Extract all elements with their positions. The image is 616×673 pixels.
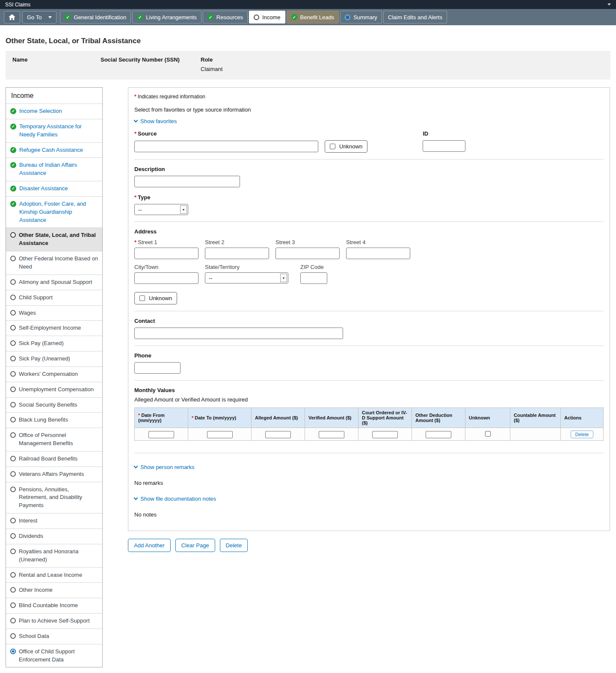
ssn-label: Social Security Number (SSN) xyxy=(101,56,201,63)
sidebar-item-label: Sick Pay (Unearned) xyxy=(19,355,70,363)
clear-page-button[interactable]: Clear Page xyxy=(175,539,215,552)
sidebar-item-railroad-board-benefits[interactable]: Railroad Board Benefits xyxy=(6,451,102,466)
sidebar-item-veterans-affairs-payments[interactable]: Veterans Affairs Payments xyxy=(6,466,102,482)
street4-label: Street 4 xyxy=(346,239,410,245)
source-input[interactable] xyxy=(134,141,318,152)
sidebar-item-label: Social Security Benefits xyxy=(19,401,77,409)
required-asterisk: * xyxy=(134,130,136,137)
ssn-value xyxy=(101,66,201,72)
street3-input[interactable] xyxy=(275,248,340,259)
unknown-checkbox[interactable] xyxy=(485,431,491,437)
sidebar-item-office-of-child-support-enforcement-data[interactable]: Office of Child Support Enforcement Data xyxy=(6,644,102,667)
sidebar-item-other-income[interactable]: Other Income xyxy=(6,582,102,598)
sidebar-item-sick-pay-earned[interactable]: Sick Pay (Earned) xyxy=(6,336,102,351)
source-unknown-toggle[interactable]: Unknown xyxy=(325,140,367,153)
verified-amount-input[interactable] xyxy=(319,431,344,438)
row-delete-button[interactable]: Delete xyxy=(571,431,594,438)
not-started-icon xyxy=(10,533,16,539)
sidebar-item-temporary-assistance-for-needy-families[interactable]: ✓Temporary Assistance for Needy Families xyxy=(6,119,102,142)
street4-input[interactable] xyxy=(346,248,410,259)
sidebar-item-office-of-personnel-management-benefits[interactable]: Office of Personnel Management Benefits xyxy=(6,428,102,451)
tab-resources[interactable]: ✓Resources xyxy=(203,11,248,24)
sidebar-item-label: Disaster Assistance xyxy=(19,185,68,193)
tab-general-identification[interactable]: ✓General Identification xyxy=(60,11,131,24)
column-header-actions: Actions xyxy=(561,408,604,428)
sidebar-item-self-employment-income[interactable]: Self-Employment Income xyxy=(6,320,102,336)
contact-input[interactable] xyxy=(134,328,343,339)
show-file-notes-link[interactable]: Show file documentation notes xyxy=(134,496,216,502)
delete-button[interactable]: Delete xyxy=(220,539,248,552)
sidebar-item-interest[interactable]: Interest xyxy=(6,513,102,528)
sidebar-item-child-support[interactable]: Child Support xyxy=(6,290,102,305)
sidebar-item-rental-and-lease-income[interactable]: Rental and Lease Income xyxy=(6,567,102,583)
add-another-button[interactable]: Add Another xyxy=(128,539,171,552)
required-asterisk: * xyxy=(192,415,193,420)
sidebar-item-royalties-and-honoraria-unearned[interactable]: Royalties and Honoraria (Unearned) xyxy=(6,544,102,567)
not-started-icon xyxy=(10,387,16,392)
street2-label: Street 2 xyxy=(205,239,269,245)
tab-income[interactable]: Income xyxy=(249,11,285,24)
id-input[interactable] xyxy=(423,140,465,152)
street2-input[interactable] xyxy=(205,248,269,259)
sidebar-item-school-data[interactable]: School Data xyxy=(6,629,102,644)
sidebar-item-social-security-benefits[interactable]: Social Security Benefits xyxy=(6,397,102,413)
sidebar-item-disaster-assistance[interactable]: ✓Disaster Assistance xyxy=(6,181,102,196)
complete-check-icon: ✓ xyxy=(207,14,213,20)
other-deduction-amount-input[interactable] xyxy=(426,431,451,438)
tab-claim-edits-and-alerts[interactable]: Claim Edits and Alerts xyxy=(383,11,447,24)
sidebar-item-plan-to-achieve-self-support[interactable]: Plan to Achieve Self-Support xyxy=(6,613,102,629)
column-header-countable-amount: Countable Amount ($) xyxy=(510,408,561,428)
sidebar-item-income-selection[interactable]: ✓Income Selection xyxy=(6,103,102,119)
goto-dropdown[interactable]: Go To xyxy=(22,11,56,24)
date-to-mm-yyyy-input[interactable] xyxy=(207,431,233,438)
sidebar-item-black-lung-benefits[interactable]: Black Lung Benefits xyxy=(6,412,102,428)
sidebar-item-unemployment-compensation[interactable]: Unemployment Compensation xyxy=(6,382,102,397)
street1-input[interactable] xyxy=(134,248,198,259)
address-unknown-toggle[interactable]: Unknown xyxy=(134,292,177,304)
description-field: Description xyxy=(134,166,604,187)
sidebar-item-bureau-of-indian-affairs-assistance[interactable]: ✓Bureau of Indian Affairs Assistance xyxy=(6,157,102,181)
state-label: State/Territory xyxy=(205,264,288,270)
cell-unknown xyxy=(465,428,510,441)
header-collapse-caret-icon[interactable] xyxy=(607,3,611,6)
alleged-amount-input[interactable] xyxy=(265,431,291,438)
not-started-icon xyxy=(10,371,16,377)
description-input[interactable] xyxy=(134,176,240,187)
state-select[interactable]: -- ▼ xyxy=(205,272,288,283)
person-summary: Name Social Security Number (SSN) Role C… xyxy=(6,51,610,80)
tab-benefit-leads[interactable]: ✓Benefit Leads xyxy=(287,11,339,24)
sidebar-item-pensions-annuities-retirement-and-disability-payments[interactable]: Pensions, Annuities, Retirement, and Dis… xyxy=(6,482,102,514)
phone-input[interactable] xyxy=(134,362,181,374)
cell-countable-amount xyxy=(510,428,561,441)
sidebar-item-alimony-and-spousal-support[interactable]: Alimony and Spousal Support xyxy=(6,275,102,290)
form-action-buttons: Add Another Clear Page Delete xyxy=(128,539,610,552)
tab-summary[interactable]: Summary xyxy=(340,11,382,24)
sidebar-item-other-federal-income-based-on-need[interactable]: Other Federal Income Based on Need xyxy=(6,251,102,275)
cell-verified-amount xyxy=(305,428,358,441)
show-favorites-link[interactable]: Show favorites xyxy=(134,118,177,124)
court-ordered-or-iv-d-support-amount-input[interactable] xyxy=(372,431,398,438)
type-select[interactable]: -- ▼ xyxy=(134,204,188,215)
person-role-column: Role Claimant xyxy=(201,56,222,72)
not-started-icon xyxy=(10,602,16,608)
sidebar-item-sick-pay-unearned[interactable]: Sick Pay (Unearned) xyxy=(6,351,102,366)
sidebar-item-workers-compensation[interactable]: Workers' Compensation xyxy=(6,366,102,382)
role-value: Claimant xyxy=(201,66,222,72)
page-title: Other State, Local, or Tribal Assistance xyxy=(6,37,610,45)
sidebar-item-dividends[interactable]: Dividends xyxy=(6,528,102,544)
sidebar-item-refugee-cash-assistance[interactable]: ✓Refugee Cash Assistance xyxy=(6,142,102,158)
required-asterisk: * xyxy=(134,194,136,201)
date-from-mm-yyyy-input[interactable] xyxy=(148,431,174,438)
tab-living-arrangements[interactable]: ✓Living Arrangements xyxy=(132,11,201,24)
sidebar-item-blind-countable-income[interactable]: Blind Countable Income xyxy=(6,598,102,613)
show-person-remarks-link[interactable]: Show person remarks xyxy=(134,464,194,470)
city-input[interactable] xyxy=(134,272,198,284)
sidebar-item-other-state-local-and-tribal-assistance[interactable]: Other State, Local, and Tribal Assistanc… xyxy=(6,227,102,251)
sidebar-item-adoption-foster-care-and-kinship-guardianship-assistance[interactable]: ✓Adoption, Foster Care, and Kinship Guar… xyxy=(6,196,102,228)
home-button[interactable] xyxy=(4,11,20,24)
source-label: *Source xyxy=(134,130,367,137)
sidebar-item-label: School Data xyxy=(19,632,49,641)
sidebar-item-wages[interactable]: Wages xyxy=(6,305,102,321)
required-asterisk: * xyxy=(134,94,136,100)
zip-input[interactable] xyxy=(300,272,327,284)
